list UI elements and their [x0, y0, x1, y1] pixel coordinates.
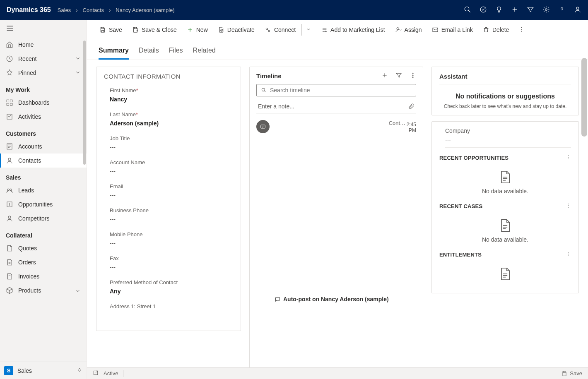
svg-point-40 [412, 77, 413, 78]
timeline-title: Timeline [256, 72, 282, 79]
deactivate-button[interactable]: Deactivate [214, 24, 259, 36]
crumb-entity[interactable]: Contacts [83, 7, 104, 13]
contact-field[interactable]: Address 1: Street 1 [104, 301, 233, 323]
user-icon[interactable] [574, 6, 581, 14]
nav-dashboards[interactable]: Dashboards [0, 96, 87, 110]
scrollbar-thumb[interactable] [581, 58, 587, 366]
tab-related[interactable]: Related [193, 43, 216, 60]
nav-label: Competitors [18, 215, 49, 222]
more-icon[interactable] [565, 154, 571, 161]
tab-files[interactable]: Files [169, 43, 183, 60]
no-data [439, 261, 571, 292]
nav-label: Recent [18, 55, 36, 62]
field-value[interactable]: --- [110, 264, 227, 272]
assign-button[interactable]: Assign [391, 24, 426, 36]
more-icon[interactable] [565, 203, 571, 210]
field-value[interactable]: --- [110, 216, 227, 224]
nav-label: Products [18, 287, 41, 294]
more-icon[interactable] [518, 26, 525, 34]
more-icon[interactable] [410, 72, 416, 80]
contact-field[interactable]: Job Title--- [104, 133, 233, 155]
filter-icon[interactable] [395, 72, 402, 80]
breadcrumbs: Sales Contacts Nancy Aderson (sample) [58, 7, 175, 13]
field-value[interactable]: Any [110, 288, 227, 296]
nav-contacts[interactable]: Contacts [0, 154, 87, 168]
sidebar: Home Recent Pinned My Work Dashboards Ac… [0, 20, 87, 379]
nav-accounts[interactable]: Accounts [0, 139, 87, 154]
field-value[interactable]: --- [110, 144, 227, 152]
field-label: Last Name* [110, 111, 227, 118]
app-switcher[interactable]: S Sales [0, 362, 87, 379]
no-data: No data available. [439, 165, 571, 202]
field-value[interactable]: Nancy [110, 96, 227, 104]
timeline-item[interactable]: Auto-post on Nancy Aderson (sample) Cont… [256, 118, 416, 379]
new-button[interactable]: New [183, 24, 212, 36]
search-icon[interactable] [464, 6, 471, 14]
contact-field[interactable]: Mobile Phone--- [104, 229, 233, 251]
more-icon[interactable] [565, 251, 571, 258]
nav-home[interactable]: Home [0, 38, 87, 52]
popout-icon[interactable] [93, 370, 99, 377]
add-marketing-button[interactable]: Add to Marketing List [317, 24, 389, 36]
leads-icon [6, 187, 13, 194]
tab-details[interactable]: Details [139, 43, 159, 60]
crumb-area[interactable]: Sales [58, 7, 71, 13]
tab-summary[interactable]: Summary [99, 43, 129, 60]
chevron-down-icon [75, 55, 81, 62]
nav-section-sales: Sales [0, 168, 87, 183]
plus-icon[interactable] [511, 6, 518, 14]
save-close-button[interactable]: Save & Close [128, 24, 181, 36]
save-button[interactable]: Save [95, 24, 126, 36]
nav-recent[interactable]: Recent [0, 52, 87, 66]
save-icon [561, 371, 567, 377]
nav-competitors[interactable]: Competitors [0, 211, 87, 225]
field-value[interactable]: --- [110, 240, 227, 248]
nav-opportunities[interactable]: Opportunities [0, 197, 87, 211]
email-link-button[interactable]: Email a Link [428, 24, 477, 36]
nav-pinned[interactable]: Pinned [0, 66, 87, 80]
attach-icon[interactable] [408, 103, 414, 110]
related-section: RECENT OPPORTUNITIESNo data available. [439, 154, 571, 202]
field-value[interactable] [110, 312, 227, 320]
command-bar: Save Save & Close New Deactivate Connect… [87, 20, 588, 40]
connect-button[interactable]: Connect [260, 24, 300, 36]
contact-field[interactable]: Fax--- [104, 253, 233, 275]
nav-orders[interactable]: Orders [0, 255, 87, 269]
svg-point-58 [568, 255, 569, 256]
contact-field[interactable]: Business Phone--- [104, 205, 233, 227]
scrollbar-thumb[interactable] [83, 41, 86, 165]
filter-icon[interactable] [527, 6, 534, 14]
field-value[interactable]: Aderson (sample) [110, 120, 227, 128]
nav-invoices[interactable]: Invoices [0, 269, 87, 283]
app-badge: S [4, 366, 13, 375]
contact-field[interactable]: Preferred Method of ContactAny [104, 277, 233, 299]
field-label: Fax [110, 255, 227, 261]
timeline-search-input[interactable] [270, 87, 412, 94]
task-icon[interactable] [480, 6, 487, 14]
status-active: Active [104, 370, 118, 377]
hamburger-icon[interactable] [6, 27, 14, 34]
nav-quotes[interactable]: Quotes [0, 241, 87, 255]
company-panel: Company --- RECENT OPPORTUNITIESNo data … [431, 121, 579, 293]
contact-field[interactable]: Last Name*Aderson (sample) [104, 109, 233, 131]
add-icon[interactable] [381, 72, 388, 80]
nav-products[interactable]: Products [0, 283, 87, 297]
nav-leads[interactable]: Leads [0, 183, 87, 197]
contact-field[interactable]: Account Name--- [104, 157, 233, 179]
field-label: Address 1: Street 1 [110, 303, 227, 309]
lightbulb-icon[interactable] [495, 6, 503, 14]
contact-field[interactable]: First Name*Nancy [104, 85, 233, 107]
connect-dropdown[interactable] [301, 24, 315, 36]
help-icon[interactable] [558, 6, 566, 14]
company-value[interactable]: --- [445, 137, 571, 148]
field-value[interactable]: --- [110, 168, 227, 176]
status-save[interactable]: Save [561, 370, 582, 377]
field-label: Job Title [110, 135, 227, 142]
field-value[interactable]: --- [110, 192, 227, 200]
contact-field[interactable]: Email--- [104, 181, 233, 203]
timeline-search[interactable] [256, 84, 416, 96]
nav-activities[interactable]: Activities [0, 110, 87, 124]
timeline-note[interactable]: Enter a note... [256, 100, 416, 113]
delete-button[interactable]: Delete [479, 24, 513, 36]
gear-icon[interactable] [542, 6, 550, 14]
